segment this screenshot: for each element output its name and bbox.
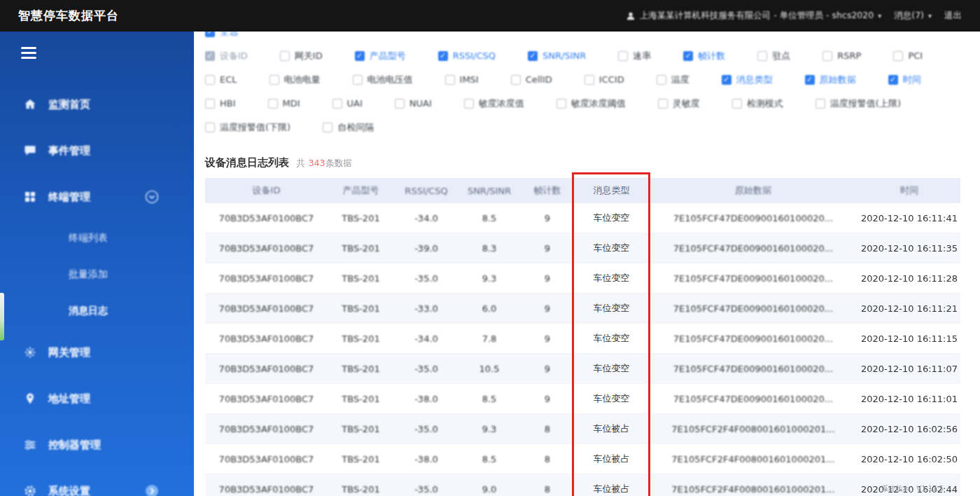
- messages-dropdown[interactable]: 消息(7) ▾: [894, 10, 932, 22]
- filter-checkbox[interactable]: 速率: [618, 50, 651, 62]
- filter-checkbox[interactable]: 检测模式: [732, 97, 783, 110]
- sidebar-item-address-management[interactable]: 地址管理: [0, 376, 194, 422]
- filter-checkbox[interactable]: HBI: [205, 98, 236, 109]
- terminal-grid-icon: [22, 189, 38, 205]
- table-cell: TBS-201: [328, 303, 394, 314]
- table-cell: 车位变空: [575, 332, 648, 345]
- filter-checkbox[interactable]: 敏度浓度阈值: [556, 97, 626, 110]
- checkbox-icon: [657, 75, 666, 85]
- table-cell: -34.0: [394, 333, 458, 344]
- sidebar-item-label: 控制器管理: [48, 439, 101, 452]
- filter-row: 温度报警值(下限)自检间隔: [205, 116, 960, 138]
- sidebar-item-label: 网关管理: [48, 346, 90, 359]
- filter-checkbox[interactable]: 电池电压值: [353, 74, 413, 86]
- sidebar-subitem-terminal-list[interactable]: 终端列表: [0, 220, 194, 256]
- filter-checkbox[interactable]: 灵敏度: [658, 97, 700, 110]
- table-cell: 7E105FCF2F4F008001601000201...: [648, 424, 858, 434]
- table-cell: 2020-12-10 16:02:56: [858, 424, 960, 434]
- filter-checkbox[interactable]: ICCID: [584, 74, 624, 85]
- app-title: 智慧停车数据平台: [18, 8, 119, 24]
- table-cell: 70B3D53AF0100BC7: [205, 484, 328, 495]
- sidebar-item-controller-management[interactable]: 控制器管理: [0, 422, 194, 468]
- table-cell: 8.5: [458, 394, 520, 404]
- table-cell: 70B3D53AF0100BC7: [205, 454, 328, 464]
- chat-bubble-icon: [22, 143, 38, 158]
- checkbox-icon: ✓: [683, 51, 693, 61]
- sidebar-item-label: 监测首页: [48, 98, 90, 111]
- filter-checkbox[interactable]: RSRP: [822, 50, 861, 61]
- column-header: RSSI/CSQ: [394, 186, 458, 196]
- filter-checkbox[interactable]: 电池电量: [270, 74, 321, 86]
- chevron-down-circle-icon: [145, 190, 159, 204]
- table-cell: TBS-201: [328, 273, 394, 284]
- filter-checkbox[interactable]: ✓帧计数: [683, 50, 725, 62]
- edge-drawer-handle[interactable]: [0, 293, 4, 340]
- table-cell: -35.0: [394, 273, 458, 284]
- main-content: ✓ 全选 ✓设备ID网关ID✓产品型号✓RSSI/CSQ✓SNR/SINR速率✓…: [194, 32, 980, 496]
- filter-checkbox[interactable]: MDI: [268, 98, 300, 109]
- table-row: 70B3D53AF0100BC7TBS-201-34.07.89车位变空7E10…: [205, 324, 960, 354]
- table-cell: 8: [520, 454, 575, 464]
- sidebar-item-monitor-home[interactable]: 监测首页: [0, 81, 194, 128]
- filter-checkbox[interactable]: PCI: [893, 50, 923, 61]
- filter-checkbox[interactable]: ✓产品型号: [355, 50, 406, 62]
- table-row: 70B3D53AF0100BC7TBS-201-35.09.39车位变空7E10…: [205, 263, 960, 294]
- filter-checkbox[interactable]: ✓消息类型: [722, 74, 773, 86]
- sidebar-subitem-message-log[interactable]: 消息日志: [0, 293, 194, 329]
- column-header: 原始数据: [648, 184, 858, 197]
- table-cell: 9.3: [458, 273, 520, 284]
- version-text: 系统版本：V1.17.5: [881, 484, 944, 494]
- filter-checkbox[interactable]: 温度报警值(上限): [816, 97, 901, 110]
- checkbox-icon: [732, 99, 742, 109]
- column-header: 消息类型: [575, 184, 648, 197]
- sidebar-item-gateway-management[interactable]: 网关管理: [0, 329, 194, 376]
- table-cell: 车位变空: [575, 302, 648, 315]
- filter-panel: ✓ 全选 ✓设备ID网关ID✓产品型号✓RSSI/CSQ✓SNR/SINR速率✓…: [205, 32, 960, 138]
- table-cell: 车位变空: [575, 392, 648, 405]
- filter-checkbox[interactable]: ✓时间: [888, 74, 921, 86]
- home-icon: [22, 97, 38, 112]
- menu-toggle-icon[interactable]: [21, 47, 36, 59]
- filter-checkbox[interactable]: ✓设备ID: [205, 50, 248, 62]
- filter-checkbox[interactable]: CellID: [511, 74, 552, 85]
- filter-checkbox[interactable]: ✓原始数据: [805, 74, 856, 86]
- filter-checkbox[interactable]: 敏度浓度值: [464, 97, 524, 110]
- sidebar-item-system-settings[interactable]: 系统设置: [0, 468, 194, 496]
- table-cell: -34.0: [394, 213, 458, 223]
- table-cell: 7E105FCF2F4F008001601000201...: [648, 484, 858, 495]
- table-cell: TBS-201: [328, 243, 394, 254]
- table-cell: 车位被占: [575, 422, 648, 435]
- filter-checkbox[interactable]: 自检间隔: [323, 121, 374, 134]
- filter-checkbox[interactable]: ECL: [205, 74, 237, 85]
- checkbox-label: HBI: [220, 98, 236, 109]
- checkbox-icon: [584, 75, 594, 85]
- location-pin-icon: [22, 391, 38, 406]
- checkbox-label: 灵敏度: [673, 97, 700, 110]
- filter-checkbox[interactable]: ✓RSSI/CSQ: [438, 50, 496, 61]
- account-dropdown[interactable]: 上海某某计算机科技服务有限公司 - 单位管理员 - shcs2020 ▾: [626, 10, 882, 22]
- column-header: 设备ID: [205, 184, 328, 197]
- table-cell: 2020-12-10 16:02:50: [858, 454, 960, 464]
- checkbox-label: MDI: [283, 98, 300, 109]
- logout-button[interactable]: 退出: [944, 10, 962, 22]
- topbar-right: 上海某某计算机科技服务有限公司 - 单位管理员 - shcs2020 ▾ 消息(…: [626, 10, 962, 22]
- list-title: 设备消息日志列表: [205, 156, 289, 170]
- filter-checkbox[interactable]: 温度报警值(下限): [205, 121, 290, 134]
- sidebar-item-terminal-management[interactable]: 终端管理: [0, 174, 194, 220]
- filter-checkbox[interactable]: 驻点: [757, 50, 790, 62]
- sidebar-item-event-management[interactable]: 事件管理: [0, 128, 194, 174]
- filter-checkbox[interactable]: UAI: [332, 98, 363, 109]
- sidebar-subitem-batch-add[interactable]: 批量添加: [0, 256, 194, 293]
- filter-checkbox[interactable]: IMSI: [445, 74, 479, 85]
- filter-checkbox[interactable]: NUAI: [395, 98, 432, 109]
- table-cell: 9: [520, 364, 575, 374]
- filter-checkbox[interactable]: ✓SNR/SINR: [528, 50, 586, 61]
- table-cell: 70B3D53AF0100BC7: [205, 333, 328, 344]
- filter-checkbox[interactable]: 网关ID: [280, 50, 323, 62]
- table-cell: 9: [520, 273, 575, 284]
- table-cell: -35.0: [394, 484, 458, 495]
- table-cell: -38.0: [394, 394, 458, 404]
- filter-checkbox[interactable]: 温度: [657, 74, 690, 86]
- table-cell: 70B3D53AF0100BC7: [205, 364, 328, 374]
- filter-select-all[interactable]: ✓ 全选: [205, 32, 238, 39]
